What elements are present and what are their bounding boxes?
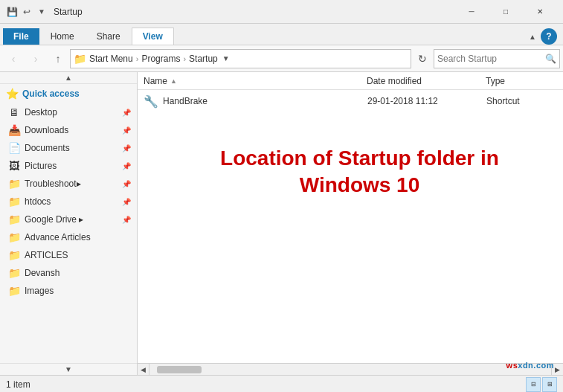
file-type: Shortcut — [486, 96, 557, 106]
sidebar-item-images[interactable]: 📁 Images — [0, 282, 137, 300]
col-header-date[interactable]: Date modified — [367, 76, 486, 86]
address-bar: ‹ › ↑ 📁 Start Menu › Programs › Startup … — [0, 45, 563, 72]
file-name: HandBrake — [163, 96, 367, 106]
sidebar-scroll-up[interactable]: ▲ — [0, 72, 137, 84]
file-date: 29-01-2018 11:12 — [367, 96, 486, 106]
sidebar-item-label-images: Images — [25, 286, 54, 296]
tab-share[interactable]: Share — [86, 28, 132, 45]
help-button[interactable]: ? — [541, 28, 557, 45]
window-title: Startup — [54, 7, 454, 17]
quick-access-header[interactable]: ⭐ Quick access — [0, 84, 137, 103]
pin-icon-googledrive: 📌 — [122, 216, 131, 224]
search-icon: 🔍 — [545, 54, 556, 64]
tab-view[interactable]: View — [132, 28, 174, 45]
sidebar-scroll-down[interactable]: ▼ — [0, 363, 137, 375]
articles-icon: 📁 — [7, 248, 21, 262]
sidebar-item-label-troubleshoot: Troubleshoot▸ — [25, 179, 81, 189]
details-view-button[interactable]: ⊟ — [526, 377, 541, 392]
sidebar-item-label-downloads: Downloads — [25, 125, 68, 135]
downloads-icon: 📥 — [7, 123, 21, 137]
troubleshoot-icon: 📁 — [7, 177, 21, 190]
main-layout: ▲ ⭐ Quick access 🖥 Desktop 📌 📥 Downloads… — [0, 72, 563, 375]
sidebar-item-articles[interactable]: 📁 ARTICLES — [0, 246, 137, 264]
search-input[interactable] — [437, 54, 545, 64]
pin-icon-documents: 📌 — [122, 144, 131, 152]
sidebar-item-googledrive[interactable]: 📁 Google Drive ▸ 📌 — [0, 211, 137, 228]
title-bar-app-icons: 💾 ↩ ▼ — [6, 6, 48, 18]
hscroll-left-button[interactable]: ◀ — [138, 364, 149, 376]
minimize-button[interactable]: ─ — [454, 0, 489, 24]
tiles-view-button[interactable]: ⊞ — [542, 377, 557, 392]
file-icon-handbrake: 🔧 — [144, 94, 158, 109]
sidebar-item-label-desktop: Desktop — [25, 107, 57, 118]
address-path[interactable]: 📁 Start Menu › Programs › Startup ▼ — [70, 49, 411, 68]
tab-file[interactable]: File — [3, 28, 39, 45]
htdocs-icon: 📁 — [7, 195, 21, 208]
close-button[interactable]: ✕ — [523, 0, 557, 24]
sidebar-item-downloads[interactable]: 📥 Downloads 📌 — [0, 121, 137, 139]
view-toggle: ⊟ ⊞ — [526, 377, 557, 392]
documents-icon: 📄 — [7, 141, 21, 155]
sidebar-item-label-htdocs: htdocs — [25, 196, 51, 207]
maximize-button[interactable]: □ — [489, 0, 523, 24]
status-bar: 1 item ⊟ ⊞ — [0, 375, 563, 392]
sidebar-item-label-documents: Documents — [25, 143, 70, 153]
pin-icon-downloads: 📌 — [122, 126, 131, 135]
path-separator-2: › — [183, 54, 186, 63]
file-list: 🔧 HandBrake 29-01-2018 11:12 Shortcut — [138, 90, 563, 363]
path-dropdown-icon[interactable]: ▼ — [222, 54, 230, 62]
forward-button[interactable]: › — [25, 48, 46, 69]
path-part-3: Startup — [189, 54, 218, 64]
sidebar: ▲ ⭐ Quick access 🖥 Desktop 📌 📥 Downloads… — [0, 72, 138, 375]
refresh-button[interactable]: ↻ — [413, 49, 432, 68]
sidebar-item-devansh[interactable]: 📁 Devansh — [0, 264, 137, 282]
path-separator-1: › — [136, 54, 139, 63]
ribbon-tabs: File Home Share View ▲ ? — [0, 24, 563, 45]
desktop-icon: 🖥 — [7, 106, 21, 119]
down-arrow-icon: ▼ — [36, 6, 48, 18]
ribbon-collapse-button[interactable]: ▲ — [524, 28, 541, 45]
ribbon-right: ▲ ? — [524, 28, 560, 45]
sidebar-item-pictures[interactable]: 🖼 Pictures 📌 — [0, 157, 137, 175]
sidebar-item-troubleshoot[interactable]: 📁 Troubleshoot▸ 📌 — [0, 175, 137, 193]
save-icon: 💾 — [6, 6, 18, 18]
col-header-type[interactable]: Type — [486, 76, 557, 86]
title-bar: 💾 ↩ ▼ Startup ─ □ ✕ — [0, 0, 563, 24]
pin-icon-desktop: 📌 — [122, 109, 131, 117]
sidebar-item-htdocs[interactable]: 📁 htdocs 📌 — [0, 193, 137, 211]
advance-articles-icon: 📁 — [7, 231, 21, 244]
path-folder-icon: 📁 — [74, 53, 86, 65]
sidebar-item-label-googledrive: Google Drive ▸ — [25, 214, 83, 225]
column-header-row: Name ▲ Date modified Type — [138, 72, 563, 90]
sidebar-item-label-pictures: Pictures — [25, 161, 57, 171]
ribbon: File Home Share View ▲ ? — [0, 24, 563, 45]
tab-home[interactable]: Home — [39, 28, 86, 45]
sidebar-item-documents[interactable]: 📄 Documents 📌 — [0, 139, 137, 157]
pin-icon-troubleshoot: 📌 — [122, 180, 131, 188]
quick-access-label: Quick access — [22, 89, 80, 99]
hscroll-thumb[interactable] — [157, 366, 202, 373]
sidebar-item-advance-articles[interactable]: 📁 Advance Articles — [0, 228, 137, 246]
pin-icon-htdocs: 📌 — [122, 198, 131, 206]
path-part-1: Start Menu — [89, 54, 133, 64]
star-icon: ⭐ — [6, 88, 19, 100]
hscroll-track[interactable] — [149, 364, 551, 376]
pictures-icon: 🖼 — [7, 159, 21, 173]
hscroll-right-button[interactable]: ▶ — [551, 364, 563, 376]
col-header-name[interactable]: Name ▲ — [144, 76, 367, 86]
search-box[interactable]: 🔍 — [434, 49, 560, 68]
back-button[interactable]: ‹ — [3, 48, 24, 69]
sidebar-item-desktop[interactable]: 🖥 Desktop 📌 — [0, 103, 137, 121]
window-controls: ─ □ ✕ — [454, 0, 557, 24]
undo-icon: ↩ — [21, 6, 33, 18]
path-part-2: Programs — [141, 54, 180, 64]
sidebar-item-label-articles: ARTICLES — [25, 250, 68, 260]
pin-icon-pictures: 📌 — [122, 162, 131, 170]
sidebar-item-label-devansh: Devansh — [25, 268, 59, 278]
status-item-count: 1 item — [6, 379, 30, 390]
images-icon: 📁 — [7, 284, 21, 298]
up-button[interactable]: ↑ — [48, 48, 68, 69]
table-row[interactable]: 🔧 HandBrake 29-01-2018 11:12 Shortcut — [138, 91, 563, 111]
content-area: Name ▲ Date modified Type 🔧 HandBrake 29… — [138, 72, 563, 375]
googledrive-icon: 📁 — [7, 213, 21, 226]
